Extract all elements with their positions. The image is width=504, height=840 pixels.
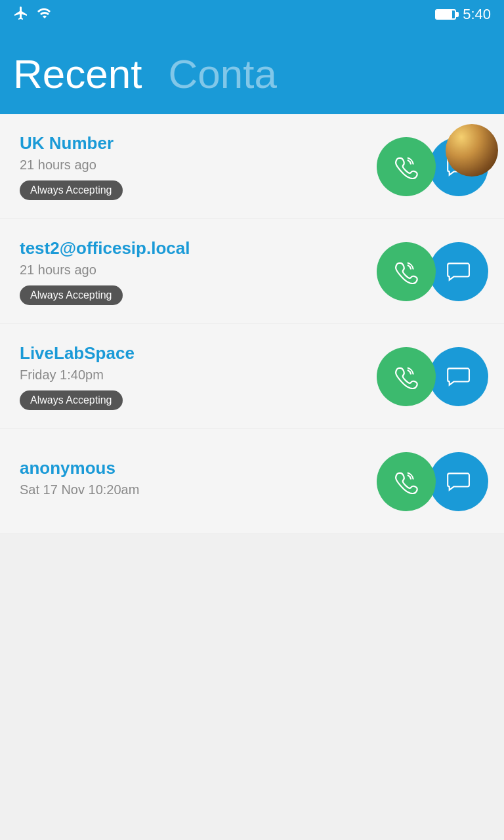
contact-name: LiveLabSpace <box>20 343 377 364</box>
contact-time: 21 hours ago <box>20 262 377 278</box>
status-icons <box>13 5 52 24</box>
message-button[interactable] <box>429 242 488 301</box>
clock: 5:40 <box>463 6 491 23</box>
contact-name: anonymous <box>20 458 377 478</box>
status-badge: Always Accepting <box>20 180 123 200</box>
contact-time: Friday 1:40pm <box>20 368 377 383</box>
contact-time: 21 hours ago <box>20 158 377 173</box>
contact-info: test2@officesip.local 21 hours ago Alway… <box>20 238 377 305</box>
contact-info: anonymous Sat 17 Nov 10:20am <box>20 458 377 505</box>
message-button[interactable] <box>429 452 488 511</box>
action-buttons <box>377 242 488 301</box>
call-button[interactable] <box>377 347 436 406</box>
action-buttons <box>377 452 488 511</box>
status-bar: 5:40 <box>0 0 504 29</box>
status-badge: Always Accepting <box>20 390 123 410</box>
contact-name: test2@officesip.local <box>20 238 377 259</box>
message-button[interactable] <box>429 347 488 406</box>
airplane-icon <box>13 5 29 24</box>
wifi-icon <box>37 5 52 24</box>
call-button[interactable] <box>377 242 436 301</box>
tab-recent[interactable]: Recent <box>13 54 142 94</box>
contact-info: UK Number 21 hours ago Always Accepting <box>20 133 377 200</box>
contact-list: UK Number 21 hours ago Always Accepting <box>0 114 504 534</box>
action-buttons <box>377 137 488 196</box>
avatar <box>446 124 498 177</box>
battery-icon <box>435 9 456 20</box>
header-tabs: Recent Conta <box>0 54 290 94</box>
status-right: 5:40 <box>435 6 491 23</box>
contact-name: UK Number <box>20 133 377 154</box>
contact-info: LiveLabSpace Friday 1:40pm Always Accept… <box>20 343 377 410</box>
header: Recent Conta <box>0 29 504 114</box>
contact-item: test2@officesip.local 21 hours ago Alway… <box>0 219 504 324</box>
contact-time: Sat 17 Nov 10:20am <box>20 482 377 497</box>
status-badge: Always Accepting <box>20 285 123 305</box>
contact-item: UK Number 21 hours ago Always Accepting <box>0 114 504 219</box>
call-button[interactable] <box>377 137 436 196</box>
contact-item: anonymous Sat 17 Nov 10:20am <box>0 429 504 534</box>
contact-item: LiveLabSpace Friday 1:40pm Always Accept… <box>0 324 504 429</box>
tab-contacts[interactable]: Conta <box>168 54 276 94</box>
action-buttons <box>377 347 488 406</box>
call-button[interactable] <box>377 452 436 511</box>
